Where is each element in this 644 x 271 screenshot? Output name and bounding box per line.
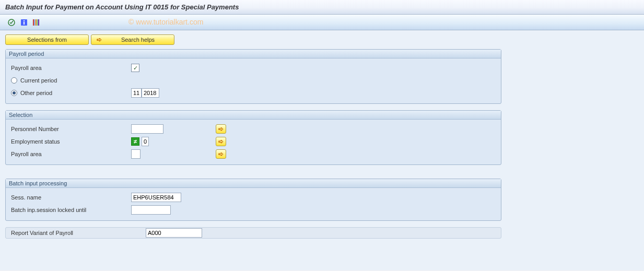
selection-payroll-area-input[interactable] xyxy=(131,149,140,159)
personnel-number-multi-button[interactable]: ➪ xyxy=(216,124,226,134)
employment-status-input[interactable] xyxy=(142,137,149,146)
other-period-radio[interactable] xyxy=(11,90,17,96)
locked-until-input[interactable] xyxy=(131,205,171,215)
personnel-number-input[interactable] xyxy=(131,124,163,134)
arrow-right-icon: ➪ xyxy=(218,138,224,145)
report-variant-input[interactable] xyxy=(146,228,202,238)
report-variant-row: Report Variant of Payroll xyxy=(5,227,501,239)
batch-input-title: Batch input processing xyxy=(6,179,501,188)
not-equal-icon[interactable]: ≠ xyxy=(131,137,139,146)
other-period-year-input[interactable] xyxy=(142,88,159,98)
payroll-area-checkbox[interactable]: ✓ xyxy=(131,64,139,72)
arrow-right-icon: ➪ xyxy=(218,150,224,158)
page-title: Batch Input for Payment on Account Using… xyxy=(0,0,644,15)
svg-rect-5 xyxy=(34,19,35,26)
arrow-right-icon: ➪ xyxy=(97,36,102,43)
selections-from-button[interactable]: Selections from xyxy=(5,34,89,45)
locked-until-label: Batch inp.session locked until xyxy=(11,207,131,213)
check-icon: ✓ xyxy=(133,65,138,72)
app-toolbar xyxy=(0,15,644,30)
page-title-text: Batch Input for Payment on Account Using… xyxy=(5,3,239,11)
info-icon[interactable] xyxy=(20,18,28,27)
selections-from-label: Selections from xyxy=(27,37,67,43)
current-period-radio[interactable] xyxy=(11,77,17,84)
payroll-area-label: Payroll area xyxy=(11,65,131,71)
payroll-period-title: Payroll period xyxy=(6,50,501,58)
barcode-icon[interactable] xyxy=(32,18,41,27)
search-helps-button[interactable]: ➪ Search helps xyxy=(91,34,174,45)
other-period-month-input[interactable] xyxy=(131,88,142,98)
employment-status-multi-button[interactable]: ➪ xyxy=(216,137,226,146)
svg-rect-7 xyxy=(37,19,38,26)
report-variant-label: Report Variant of Payroll xyxy=(11,230,146,236)
sess-name-label: Sess. name xyxy=(11,194,131,201)
workspace: Selections from ➪ Search helps Payroll p… xyxy=(0,30,644,270)
payroll-area-multi-button[interactable]: ➪ xyxy=(216,149,226,159)
sess-name-input[interactable] xyxy=(131,193,181,202)
current-period-label: Current period xyxy=(20,77,57,84)
svg-rect-8 xyxy=(38,19,39,26)
execute-icon[interactable] xyxy=(7,18,16,27)
personnel-number-label: Personnel Number xyxy=(11,126,131,132)
payroll-period-group: Payroll period Payroll area ✓ Current pe… xyxy=(5,49,501,104)
selection-payroll-area-label: Payroll area xyxy=(11,151,131,157)
svg-rect-3 xyxy=(24,22,25,25)
selection-group: Selection Personnel Number ➪ Employment … xyxy=(5,110,501,165)
batch-input-group: Batch input processing Sess. name Batch … xyxy=(5,179,501,221)
svg-rect-4 xyxy=(33,19,34,26)
svg-rect-6 xyxy=(36,19,37,26)
selection-title: Selection xyxy=(6,111,501,120)
search-helps-label: Search helps xyxy=(107,37,169,43)
employment-status-label: Employment status xyxy=(11,138,131,145)
other-period-label: Other period xyxy=(20,90,52,96)
svg-rect-2 xyxy=(24,20,25,21)
arrow-right-icon: ➪ xyxy=(218,125,224,133)
button-row: Selections from ➪ Search helps xyxy=(0,30,644,48)
